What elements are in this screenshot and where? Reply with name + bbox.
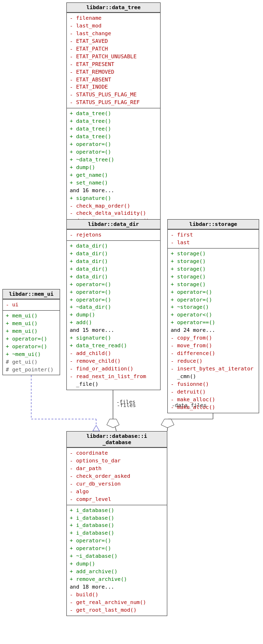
method-dd-add: + add() [70,319,157,327]
field-coordinate: - coordinate [70,449,164,457]
method-idb2: + i_database() [70,514,164,522]
svg-marker-6 [93,425,100,431]
method-idb-grlm: - get_root_last_mod() [70,606,164,614]
method-dt3: + data_tree() [70,125,157,133]
method-st-eq: + operator==() [171,319,256,327]
method-dd3: + data_dir() [70,258,157,265]
method-dd-sig: + signature() [70,334,157,342]
field-first: - first [171,231,256,239]
method-dd-op1: + operator=() [70,281,157,289]
method-dt-getname: + get_name() [70,171,157,179]
field-etat-present: - ETAT_PRESENT [70,61,157,68]
method-idb-op1: + operator=() [70,537,164,545]
svg-marker-13 [161,419,174,428]
i-database-fields: - coordinate - options_to_dar - dar_path… [67,447,167,505]
method-dt-dump: + dump() [70,164,157,171]
diagram-container: -files -data_files libdar::data_tree - f… [0,0,263,644]
method-dt2: + data_tree() [70,118,157,125]
field-compr-level: - compr_level [70,496,164,503]
method-mu-gp: # get_pointer() [6,366,57,374]
method-dt4: + data_tree() [70,133,157,141]
method-dt-sig: + signature() [70,195,157,202]
data-dir-methods: + data_dir() + data_dir() + data_dir() +… [67,240,160,390]
field-status-plus-flag-ref: - STATUS_PLUS_FLAG_REF [70,99,157,106]
label-files: -files [117,402,136,408]
data-tree-box: libdar::data_tree - filename - last_mod … [66,2,161,235]
method-dd-dtor: + ~data_dir() [70,303,157,311]
method-st-op1: + operator=() [171,289,256,296]
method-dd-op2: + operator=() [70,289,157,296]
method-idb1: + i_database() [70,507,164,514]
method-dt-dtor: + ~data_tree() [70,156,157,164]
method-idb-op2: + operator=() [70,545,164,552]
method-st-cf: - copy_from() [171,334,256,342]
field-status-plus-flag-me: - STATUS_PLUS_FLAG_ME [70,91,157,99]
method-dd4: + data_dir() [70,265,157,273]
i-database-box: libdar::database::i_database - coordinat… [66,431,167,616]
method-dd1: + data_dir() [70,242,157,250]
data-dir-fields: - rejetons [67,229,160,240]
method-dd2: + data_dir() [70,250,157,258]
method-dt-more: and 16 more... [70,187,157,195]
svg-marker-9 [107,419,119,428]
field-check-order-asked: - check_order_asked [70,473,164,480]
method-dt-setname: + set_name() [70,179,157,187]
field-etat-saved: - ETAT_SAVED [70,38,157,45]
data-tree-fields: - filename - last_mod - last_change - ET… [67,13,160,108]
field-etat-patch-unusable: - ETAT_PATCH_UNUSABLE [70,53,157,61]
method-st2: + storage() [171,258,256,265]
method-idb-more: and 18 more... [70,583,164,591]
i-database-title: libdar::database::i_database [67,432,167,447]
mem-ui-fields: - ui [3,299,60,310]
method-mu1: + mem_ui() [6,312,57,320]
method-mu-dtor: + ~mem_ui() [6,351,57,358]
field-last-mod: - last_mod [70,22,157,30]
method-idb-build: - build() [70,591,164,599]
method-st-dtor: + ~storage() [171,303,256,311]
storage-box: libdar::storage - first - last + storage… [167,219,259,413]
method-dt-op1: + operator=() [70,141,157,148]
data-dir-box: libdar::data_dir - rejetons + data_dir()… [66,219,161,390]
method-dd5: + data_dir() [70,273,157,281]
method-mu3: + mem_ui() [6,328,57,335]
field-rejetons: - rejetons [70,231,157,239]
field-ui: - ui [6,301,57,309]
field-last-change: - last_change [70,30,157,38]
method-st5: + storage() [171,281,256,289]
method-st-ibai2: _cmn() [171,373,256,381]
field-options-to-dar: - options_to_dar [70,457,164,465]
data-tree-title: libdar::data_tree [67,3,160,13]
storage-title: libdar::storage [168,220,259,229]
method-dd-rnilf2: _file() [70,381,157,388]
method-st-more: and 24 more... [171,327,256,334]
method-st4: + storage() [171,273,256,281]
method-dd-op3: + operator=() [70,296,157,304]
method-st-det: - detruit() [171,388,256,396]
method-dt-op2: + operator=() [70,148,157,156]
method-dd-rc: - remove_child() [70,357,157,365]
method-dd-more: and 15 more... [70,327,157,334]
method-st3: + storage() [171,265,256,273]
method-mu-gui: # get_ui() [6,358,57,366]
mem-ui-methods: + mem_ui() + mem_ui() + mem_ui() + opera… [3,310,60,375]
svg-line-8 [113,419,116,431]
method-st1: + storage() [171,250,256,258]
field-etat-patch: - ETAT_PATCH [70,45,157,53]
method-mu2: + mem_ui() [6,320,57,328]
method-dd-ac: - add_child() [70,350,157,357]
method-dt-cmo: - check_map_order() [70,202,157,210]
field-algo: - algo [70,488,164,496]
method-dd-dump: + dump() [70,311,157,319]
label-data-files: -data_files [172,402,207,408]
method-mu-op2: + operator=() [6,343,57,351]
svg-line-12 [167,419,168,431]
field-cur-db-version: - cur_db_version [70,480,164,488]
method-st-diff: - difference() [171,350,256,357]
method-idb-aa: + add_archive() [70,568,164,576]
method-st-fus: - fusionne() [171,381,256,388]
data-tree-methods: + data_tree() + data_tree() + data_tree(… [67,108,160,234]
method-dt1: + data_tree() [70,110,157,118]
method-dd-foa: - find_or_addition() [70,365,157,373]
method-st-mf: - move_from() [171,342,256,350]
method-dt-cdv: - check_delta_validity() [70,210,157,217]
